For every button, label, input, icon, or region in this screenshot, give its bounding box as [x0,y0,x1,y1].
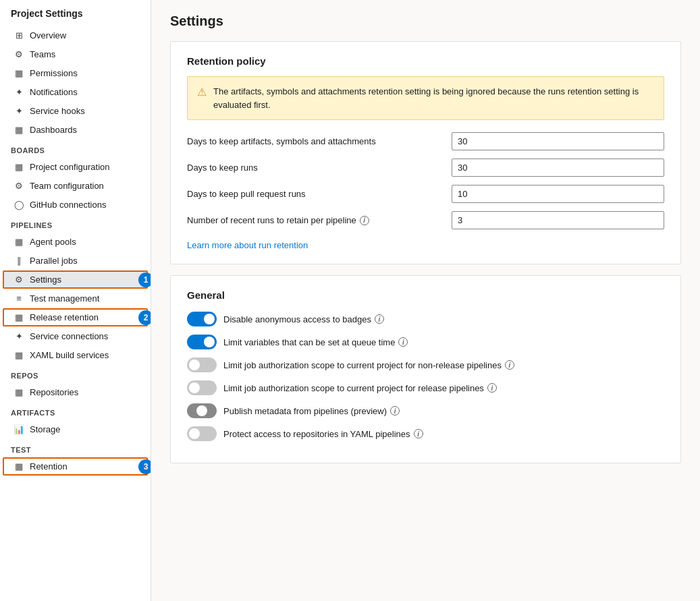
learn-more-link[interactable]: Learn more about run retention [187,240,308,250]
recent-runs-info-icon[interactable]: i [360,216,369,225]
sidebar-item-overview[interactable]: ⊞Overview [3,26,148,45]
retention-policy-card: Retention policy ⚠ The artifacts, symbol… [170,41,681,264]
field-row-recent-runs: Number of recent runs to retain per pipe… [187,211,664,229]
recent-runs-label: Number of recent runs to retain per pipe… [187,215,443,225]
sidebar-item-notifications[interactable]: ✦Notifications [3,83,148,101]
agent-pools-icon: ▦ [14,237,24,247]
publish-metadata-info-icon[interactable]: i [390,406,400,416]
dashboards-label: Dashboards [30,125,77,135]
storage-label: Storage [30,424,61,434]
project-configuration-label: Project configuration [30,162,110,172]
limit-variables-label: Limit variables that can be set at queue… [223,337,408,347]
settings-icon: ⚙ [14,275,24,285]
general-card: General Disable anonymous access to badg… [170,275,681,463]
publish-metadata-label: Publish metadata from pipelines (preview… [223,406,400,416]
retention-label: Retention [30,461,68,471]
service-connections-label: Service connections [30,331,108,341]
toggle-row-job-auth-release: Limit job authorization scope to current… [187,380,664,395]
sidebar-section-boards: Boards [0,140,151,157]
dashboards-icon: ▦ [14,125,24,135]
xaml-build-services-label: XAML build services [30,350,109,360]
sidebar-item-settings[interactable]: ⚙Settings1 [3,270,148,289]
page-title: Settings [170,13,681,29]
protect-repos-slider [187,426,217,441]
github-connections-icon: ◯ [14,200,24,210]
test-management-label: Test management [30,293,99,304]
notifications-label: Notifications [30,87,78,97]
sidebar-section-artifacts: Artifacts [0,402,151,420]
sidebar-item-agent-pools[interactable]: ▦Agent pools [3,233,148,251]
sidebar-title: Project Settings [0,0,151,26]
sidebar-item-project-configuration[interactable]: ▦Project configuration [3,158,148,176]
limit-variables-slider [187,335,217,349]
team-configuration-label: Team configuration [30,181,104,191]
settings-label: Settings [30,275,61,285]
release-retention-badge: 2 [138,310,151,325]
notifications-icon: ✦ [14,87,24,97]
parallel-jobs-icon: ∥ [14,256,24,266]
sidebar-item-storage[interactable]: 📊Storage [3,420,148,438]
sidebar-item-team-configuration[interactable]: ⚙Team configuration [3,177,148,195]
anon-access-slider [187,312,217,326]
anon-access-label: Disable anonymous access to badgesi [223,314,384,324]
general-title: General [187,289,664,301]
settings-badge: 1 [138,273,151,287]
teams-icon: ⚙ [14,49,24,59]
job-auth-non-release-slider [187,357,217,372]
field-row-days-runs: Days to keep runs [187,159,664,177]
field-row-days-pr-runs: Days to keep pull request runs [187,185,664,203]
days-runs-input[interactable] [452,159,664,177]
sidebar-item-test-management[interactable]: ≡Test management [3,289,148,308]
job-auth-non-release-info-icon[interactable]: i [505,360,514,370]
protect-repos-toggle[interactable] [187,426,217,441]
storage-icon: 📊 [14,424,24,434]
sidebar-item-dashboards[interactable]: ▦Dashboards [3,121,148,139]
job-auth-non-release-label: Limit job authorization scope to current… [223,360,514,370]
job-auth-release-toggle[interactable] [187,380,217,395]
anon-access-info-icon[interactable]: i [375,314,384,324]
github-connections-label: GitHub connections [30,200,106,210]
service-connections-icon: ✦ [14,331,24,341]
job-auth-release-info-icon[interactable]: i [487,383,497,393]
sidebar-item-parallel-jobs[interactable]: ∥Parallel jobs [3,252,148,270]
recent-runs-input[interactable] [452,211,664,229]
job-auth-release-label: Limit job authorization scope to current… [223,383,497,393]
test-management-icon: ≡ [14,293,24,304]
sidebar-item-xaml-build-services[interactable]: ▦XAML build services [3,346,148,364]
overview-icon: ⊞ [14,30,24,40]
xaml-build-services-icon: ▦ [14,350,24,360]
sidebar-item-service-hooks[interactable]: ✦Service hooks [3,102,148,120]
protect-repos-info-icon[interactable]: i [414,429,423,438]
publish-metadata-slider [187,403,217,418]
parallel-jobs-label: Parallel jobs [30,256,78,266]
days-pr-runs-input[interactable] [452,185,664,203]
days-artifacts-input[interactable] [452,132,664,150]
sidebar-item-repositories[interactable]: ▦Repositories [3,383,148,401]
toggle-row-publish-metadata: Publish metadata from pipelines (preview… [187,403,664,418]
warning-icon: ⚠ [197,86,207,98]
teams-label: Teams [30,49,55,59]
publish-metadata-toggle[interactable] [187,403,217,418]
permissions-label: Permissions [30,68,78,78]
sidebar-item-permissions[interactable]: ▦Permissions [3,64,148,82]
limit-variables-toggle[interactable] [187,335,217,349]
toggle-row-limit-variables: Limit variables that can be set at queue… [187,335,664,349]
days-artifacts-label: Days to keep artifacts, symbols and atta… [187,136,443,146]
sidebar-item-release-retention[interactable]: ▦Release retention2 [3,308,148,326]
limit-variables-info-icon[interactable]: i [398,337,408,347]
repositories-icon: ▦ [14,387,24,397]
sidebar-section-pipelines: Pipelines [0,214,151,232]
team-configuration-icon: ⚙ [14,181,24,191]
anon-access-toggle[interactable] [187,312,217,326]
warning-text: The artifacts, symbols and attachments r… [213,85,654,111]
project-configuration-icon: ▦ [14,162,24,172]
service-hooks-label: Service hooks [30,106,85,116]
sidebar-item-retention[interactable]: ▦Retention3 [3,457,148,476]
release-retention-icon: ▦ [14,312,24,322]
retention-policy-title: Retention policy [187,55,664,67]
sidebar-item-teams[interactable]: ⚙Teams [3,45,148,63]
sidebar-item-service-connections[interactable]: ✦Service connections [3,327,148,345]
sidebar-item-github-connections[interactable]: ◯GitHub connections [3,196,148,214]
service-hooks-icon: ✦ [14,106,24,116]
job-auth-non-release-toggle[interactable] [187,357,217,372]
